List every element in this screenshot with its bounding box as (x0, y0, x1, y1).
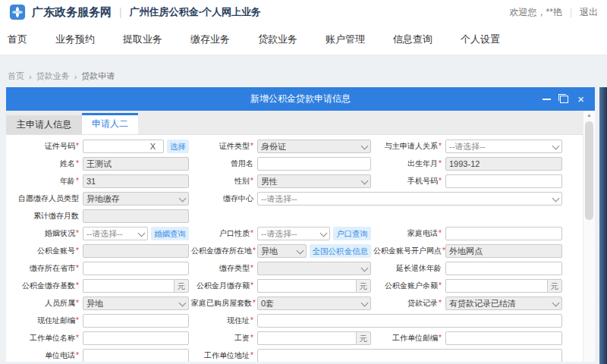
chevron-down-icon (361, 177, 369, 184)
total-months-label: 累计缴存月数 (14, 211, 80, 221)
breadcrumb-home[interactable]: 首页 (8, 71, 24, 82)
fund-monthly-group: 元 (257, 279, 371, 293)
hukou-select[interactable]: --请选择-- (257, 227, 330, 240)
modal-title: 新增公积金贷款申请信息 (250, 93, 351, 105)
person-belong-select[interactable]: 异地 (83, 297, 189, 310)
person-belong-label: 人员所属* (14, 298, 80, 309)
nav-item-deposit[interactable]: 缴存业务 (190, 33, 230, 46)
loan-record-label: 贷款记录* (373, 298, 443, 309)
salary-group: 元 (257, 331, 371, 345)
fund-base-group: 元 (83, 279, 189, 293)
nav-item-inquiry[interactable]: 信息查询 (393, 33, 432, 46)
fund-branch-label: 公积金账号开户网点* (373, 246, 443, 256)
main-nav: 首页 业务预约 提取业务 缴存业务 贷款业务 账户管理 信息查询 个人设置 (0, 24, 607, 55)
chevron-down-icon (552, 194, 560, 202)
employer-zip-label: 工作单位邮编* (373, 333, 443, 344)
gender-select[interactable]: 男性 (257, 174, 371, 188)
chevron-down-icon (552, 299, 560, 306)
tab-main-applicant[interactable]: 主申请人信息 (6, 115, 82, 134)
addr-zip-input[interactable] (83, 314, 189, 328)
national-fund-info-button[interactable]: 全国公积金信息 (310, 244, 372, 258)
fund-balance-input[interactable] (445, 279, 547, 293)
nav-item-withdrawal[interactable]: 提取业务 (123, 33, 162, 46)
deposit-type-select[interactable] (257, 262, 371, 275)
salary-input[interactable] (257, 331, 356, 345)
voluntary-type-select[interactable]: 异地缴存 (83, 192, 189, 206)
nav-item-home[interactable]: 首页 (8, 33, 27, 46)
houses-owned-select[interactable]: 0套 (257, 297, 371, 310)
breadcrumb-loan[interactable]: 贷款业务 (36, 71, 70, 82)
employer-zip-input[interactable] (445, 331, 562, 345)
retire-extend-label: 延长退休年龄 (373, 263, 443, 274)
employer-input[interactable] (83, 331, 189, 345)
maximize-icon[interactable] (560, 96, 568, 103)
breadcrumb-separator: › (74, 72, 77, 81)
window-edge (599, 87, 607, 364)
address-label: 现住址* (191, 315, 255, 326)
birth-input[interactable]: 1993-12 (445, 157, 562, 171)
fund-branch-input[interactable]: 外地网点 (445, 244, 562, 258)
yuan-unit: 元 (174, 279, 190, 293)
cert-type-select[interactable]: 身份证 (257, 140, 371, 153)
address-input[interactable] (257, 314, 562, 328)
mobile-label: 手机号码* (373, 176, 443, 187)
form-content: 证件号码* X 选择 证件类型* 身份证 与主申请人关系* --请选择-- 姓名… (6, 135, 595, 362)
deposit-center-label: 缴存中心 (191, 193, 255, 204)
yuan-unit: 元 (356, 279, 372, 293)
tab-second-applicant[interactable]: 申请人二 (82, 113, 138, 134)
retire-extend-input[interactable] (445, 262, 562, 275)
fund-balance-label: 公积金账户余额* (373, 281, 443, 291)
marital-label: 婚姻状况* (14, 228, 80, 239)
deposit-center-select[interactable]: --请选择-- (257, 192, 562, 206)
chevron-down-icon (179, 299, 187, 306)
former-name-input[interactable] (257, 157, 371, 171)
hukou-query-button[interactable]: 户口查询 (333, 227, 371, 240)
modal-scrollbar[interactable]: ▲ (583, 111, 595, 362)
loan-record-select[interactable]: 有贷款记录已结清 (445, 297, 562, 310)
chevron-down-icon (138, 229, 146, 237)
fund-location-select[interactable]: 异地 (257, 244, 307, 258)
age-input[interactable]: 31 (83, 174, 189, 188)
fund-account-input[interactable] (83, 244, 189, 258)
employer-addr-input[interactable] (257, 349, 562, 362)
header-separator: | (570, 7, 572, 17)
cert-no-select-button[interactable]: 选择 (167, 140, 189, 153)
name-input[interactable]: 王测试 (83, 157, 189, 171)
marital-group: --请选择-- 婚姻查询 (83, 227, 189, 240)
logout-link[interactable]: 退出 (580, 6, 598, 19)
marital-select[interactable]: --请选择-- (83, 227, 148, 240)
nav-item-settings[interactable]: 个人设置 (461, 33, 500, 46)
scroll-up-icon[interactable]: ▲ (583, 112, 595, 118)
cert-no-x-text: X (150, 142, 160, 151)
fund-monthly-label: 公积金月缴存额* (191, 281, 255, 291)
fund-base-label: 公积金缴存基数* (14, 281, 80, 291)
chevron-down-icon (361, 142, 369, 149)
breadcrumb: 首页 › 贷款业务 › 贷款申请 (0, 55, 607, 82)
chevron-down-icon (552, 142, 560, 149)
home-phone-input[interactable] (445, 227, 562, 240)
cert-no-group: X 选择 (83, 140, 189, 153)
breadcrumb-separator: › (29, 72, 32, 81)
mobile-input[interactable] (445, 174, 562, 188)
minimize-icon[interactable] (543, 99, 551, 100)
fund-base-input[interactable] (83, 279, 174, 293)
deposit-type-label: 缴存类型* (191, 263, 255, 274)
site-brand: 广东政务服务网 (32, 5, 112, 20)
total-months-input[interactable] (83, 209, 189, 223)
nav-item-account[interactable]: 账户管理 (326, 33, 365, 46)
relation-select[interactable]: --请选择-- (445, 140, 562, 153)
applicant-tabbar: 主申请人信息 申请人二 (6, 111, 595, 135)
unit-phone-input[interactable] (83, 349, 189, 362)
fund-monthly-input[interactable] (257, 279, 356, 293)
scrollbar-thumb[interactable] (585, 121, 593, 220)
cert-no-input[interactable]: X (83, 140, 164, 153)
marital-query-button[interactable]: 婚姻查询 (151, 227, 189, 240)
nav-item-loan[interactable]: 贷款业务 (258, 33, 297, 46)
close-icon[interactable]: × (577, 93, 584, 105)
home-phone-label: 家庭电话* (373, 228, 443, 239)
breadcrumb-current: 贷款申请 (81, 71, 115, 82)
nav-item-appointment[interactable]: 业务预约 (55, 33, 95, 46)
yuan-unit: 元 (356, 331, 372, 345)
deposit-province-input[interactable] (83, 262, 189, 275)
gov-logo-icon (9, 4, 26, 20)
